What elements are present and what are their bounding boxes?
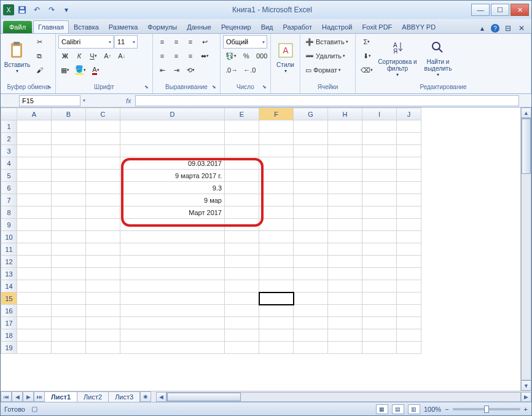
format-painter-button[interactable]: 🖌 [33, 63, 46, 77]
cell[interactable] [397, 219, 421, 231]
cell[interactable] [328, 133, 362, 145]
cell[interactable] [328, 231, 362, 243]
increase-font-button[interactable]: A↑ [101, 49, 114, 63]
cell[interactable] [86, 243, 120, 256]
borders-button[interactable]: ▦▾ [58, 63, 72, 77]
cell[interactable] [294, 170, 328, 182]
tab-главная[interactable]: Главная [33, 20, 69, 33]
cell[interactable] [52, 145, 86, 157]
cell[interactable] [259, 329, 294, 342]
cell[interactable]: Март 2017 [120, 206, 225, 219]
cell[interactable] [259, 206, 294, 219]
sheet-nav-next-icon[interactable]: ▶ [23, 391, 34, 402]
cell[interactable] [52, 280, 86, 292]
macro-record-icon[interactable]: ▢ [31, 405, 37, 413]
cell[interactable] [397, 120, 421, 133]
cell[interactable] [17, 194, 52, 206]
tab-формулы[interactable]: Формулы [143, 20, 182, 33]
cell[interactable]: 9.3 [120, 182, 225, 194]
minimize-button[interactable]: — [471, 4, 490, 16]
column-header[interactable]: C [86, 108, 120, 120]
cell[interactable] [397, 206, 421, 219]
cell[interactable] [362, 170, 397, 182]
column-header[interactable]: J [397, 108, 421, 120]
row-header[interactable]: 4 [1, 157, 17, 170]
cell[interactable] [52, 206, 86, 219]
cell[interactable] [86, 329, 120, 342]
cell[interactable] [17, 268, 52, 280]
dialog-launcher-icon[interactable]: ⬊ [47, 84, 52, 90]
cell[interactable] [362, 305, 397, 317]
sheet-tab[interactable]: Лист3 [108, 391, 140, 402]
cell[interactable] [120, 305, 225, 317]
wrap-text-button[interactable]: ↩ [198, 35, 211, 49]
cell[interactable] [259, 256, 294, 268]
cell[interactable] [259, 231, 294, 243]
cell[interactable] [328, 305, 362, 317]
cell[interactable] [86, 342, 120, 354]
cell[interactable] [328, 170, 362, 182]
minimize-ribbon-icon[interactable]: ▴ [477, 23, 487, 33]
cell[interactable] [17, 256, 52, 268]
cell[interactable] [259, 243, 294, 256]
cell[interactable] [362, 157, 397, 170]
cell[interactable] [225, 317, 259, 329]
cell[interactable] [328, 256, 362, 268]
cell[interactable] [225, 145, 259, 157]
cell[interactable] [362, 133, 397, 145]
fill-color-button[interactable]: 🪣▾ [72, 63, 88, 77]
cell[interactable] [362, 145, 397, 157]
column-header[interactable]: F [259, 108, 294, 120]
cell[interactable] [259, 133, 294, 145]
cell[interactable] [52, 292, 86, 305]
cell[interactable] [86, 280, 120, 292]
sheet-nav-last-icon[interactable]: ⏭ [34, 391, 45, 402]
cell[interactable] [17, 182, 52, 194]
cell[interactable] [328, 292, 362, 305]
cell[interactable] [225, 329, 259, 342]
number-format-select[interactable]: Общий [223, 35, 267, 49]
bold-button[interactable]: Ж [58, 49, 72, 63]
cell[interactable] [259, 157, 294, 170]
cell[interactable] [225, 182, 259, 194]
zoom-in-button[interactable]: + [524, 406, 528, 413]
column-header[interactable]: E [225, 108, 259, 120]
copy-button[interactable]: ⧉ [33, 49, 46, 63]
cell[interactable] [225, 231, 259, 243]
cell[interactable] [225, 170, 259, 182]
cell[interactable] [120, 280, 225, 292]
normal-view-button[interactable]: ▦ [376, 404, 388, 414]
cell[interactable] [120, 219, 225, 231]
cell[interactable] [362, 219, 397, 231]
cell[interactable] [86, 170, 120, 182]
sheet-nav-prev-icon[interactable]: ◀ [12, 391, 23, 402]
cell[interactable] [259, 317, 294, 329]
cell[interactable] [397, 182, 421, 194]
cell[interactable] [328, 120, 362, 133]
cell[interactable] [225, 256, 259, 268]
tab-надстрой[interactable]: Надстрой [317, 20, 357, 33]
find-select-button[interactable]: Найти и выделить▾ [420, 35, 456, 79]
scrollbar-thumb[interactable] [167, 393, 241, 401]
cell[interactable] [17, 157, 52, 170]
qat-dropdown-icon[interactable]: ▾ [60, 3, 73, 17]
cell[interactable] [397, 157, 421, 170]
cell[interactable] [328, 317, 362, 329]
autosum-button[interactable]: Σ▾ [358, 35, 375, 49]
tab-file[interactable]: Файл [3, 21, 32, 33]
cell[interactable] [294, 243, 328, 256]
cell[interactable] [362, 292, 397, 305]
cell[interactable] [17, 329, 52, 342]
cell[interactable] [52, 256, 86, 268]
align-top-button[interactable]: ≡ [155, 35, 169, 49]
tab-вид[interactable]: Вид [256, 20, 278, 33]
cell[interactable] [120, 243, 225, 256]
cell[interactable] [52, 305, 86, 317]
cell[interactable] [259, 305, 294, 317]
cell[interactable] [397, 145, 421, 157]
cell[interactable] [294, 342, 328, 354]
maximize-button[interactable]: ☐ [491, 4, 509, 16]
cell[interactable] [362, 317, 397, 329]
cell[interactable] [225, 219, 259, 231]
delete-cells-button[interactable]: ➖Удалить▾ [303, 49, 353, 63]
